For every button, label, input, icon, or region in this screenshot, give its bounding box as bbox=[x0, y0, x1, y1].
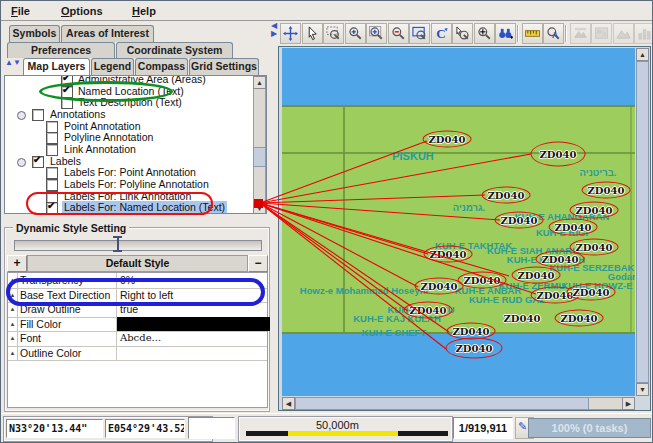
property-name: Draw Outline bbox=[18, 302, 117, 317]
map-place-name: גרמניה. bbox=[453, 202, 485, 213]
menu-item-help[interactable]: Help bbox=[128, 3, 160, 19]
toolbar-separator bbox=[517, 25, 519, 42]
tree-item-11[interactable]: ✔Labels For: Named Location (Text) bbox=[5, 201, 251, 214]
style-slider[interactable] bbox=[14, 240, 262, 251]
find-icon[interactable] bbox=[495, 23, 516, 44]
zoom-in-fixed-icon[interactable] bbox=[366, 23, 387, 44]
measure-icon[interactable] bbox=[522, 23, 543, 44]
zoom-area-icon[interactable] bbox=[323, 23, 344, 44]
tree-node-handle-icon[interactable] bbox=[17, 158, 26, 167]
scale-ratio-field[interactable]: 1/919,911 bbox=[453, 417, 513, 439]
splitter-expand-buttons[interactable]: ◀▶ bbox=[271, 22, 279, 38]
property-name: Fill Color bbox=[18, 317, 117, 332]
tree-checkbox[interactable]: ✔ bbox=[46, 202, 58, 214]
property-row-fill-color: ▲Fill Color bbox=[8, 317, 267, 333]
map-vscrollbar[interactable]: ▲ ▼ bbox=[636, 48, 649, 396]
label-search-icon[interactable]: A bbox=[543, 23, 564, 44]
tab-legend[interactable]: Legend bbox=[91, 58, 134, 76]
zoom-center-icon[interactable] bbox=[474, 23, 495, 44]
map-label-zd040: ZD040 bbox=[531, 142, 586, 167]
map-place-name: PISKUH bbox=[392, 150, 434, 162]
map-scroll-up-icon[interactable]: ▲ bbox=[636, 48, 649, 61]
zoom-in-icon[interactable] bbox=[345, 23, 366, 44]
edit-pencil-icon: ✎ bbox=[518, 420, 527, 433]
menu-item-options[interactable]: Options bbox=[57, 3, 107, 19]
tree-scroll-down-icon[interactable]: ▼ bbox=[253, 202, 266, 214]
check-icon: ✔ bbox=[62, 76, 70, 83]
scale-bar-segment bbox=[398, 431, 448, 436]
zoom-window-icon[interactable] bbox=[409, 23, 430, 44]
row-sort-icon: ▲ bbox=[8, 302, 18, 317]
dynamic-style-panel: Dynamic Style Setting + Default Style − … bbox=[4, 227, 270, 412]
map-label-zd040: ZD040 bbox=[404, 302, 453, 319]
row-sort-icon: ▲ bbox=[8, 331, 18, 346]
row-sort-icon: ▲ bbox=[8, 346, 18, 361]
property-value[interactable]: Right to left bbox=[117, 288, 270, 303]
check-icon: ✔ bbox=[62, 84, 70, 95]
pan-icon[interactable] bbox=[280, 23, 301, 44]
tree-scrollbar-thumb[interactable] bbox=[253, 147, 266, 167]
map-label-zd040: ZD040 bbox=[495, 212, 544, 229]
image-icon bbox=[591, 23, 612, 44]
remove-style-button[interactable]: − bbox=[248, 255, 268, 272]
map-label-zd040: ZD040 bbox=[415, 278, 464, 295]
tree-node-handle-icon[interactable] bbox=[17, 111, 26, 120]
tab-compass[interactable]: Compass bbox=[135, 58, 188, 76]
fill-color-swatch[interactable] bbox=[117, 317, 270, 332]
map-hscrollbar[interactable]: ◀ ▶ bbox=[282, 397, 635, 410]
map-vscrollbar-thumb[interactable] bbox=[636, 61, 649, 383]
tree-scroll-up-icon[interactable]: ▲ bbox=[253, 76, 266, 89]
map-label-zd040: ZD040 bbox=[549, 219, 598, 236]
tree-scrollbar[interactable]: ▲ ▼ bbox=[253, 76, 266, 213]
map-hscrollbar-thumb[interactable] bbox=[295, 397, 589, 410]
map-scroll-right-icon[interactable]: ▶ bbox=[622, 397, 635, 410]
row-sort-icon: ▲ bbox=[8, 288, 18, 303]
map-scroll-down-icon[interactable]: ▼ bbox=[636, 383, 649, 396]
status-empty-field[interactable] bbox=[188, 417, 235, 439]
status-bar: N33°20'13.44" E054°29'43.52" 50,000m 1/9… bbox=[1, 413, 652, 443]
property-row-base-text-direction: ▲Base Text DirectionRight to left bbox=[8, 288, 267, 304]
map-label-zd040: ZD040 bbox=[446, 338, 503, 359]
property-value[interactable]: 0% bbox=[117, 273, 270, 288]
add-style-button[interactable]: + bbox=[7, 255, 27, 272]
property-name: Transparency bbox=[18, 273, 117, 288]
map-label-zd040: ZD040 bbox=[512, 267, 561, 284]
zoom-selection-icon[interactable] bbox=[452, 23, 473, 44]
property-value[interactable]: true bbox=[117, 302, 270, 317]
zoom-out-icon[interactable] bbox=[388, 23, 409, 44]
map-label-zd040: ZD040 bbox=[458, 272, 507, 289]
latitude-field[interactable]: N33°20'13.44" bbox=[6, 419, 103, 438]
map-gridline-vertical bbox=[343, 105, 345, 334]
tab-symbols[interactable]: Symbols bbox=[9, 25, 60, 42]
row-sort-icon: ▲ bbox=[8, 317, 18, 332]
tab-grid-settings[interactable]: Grid Settings bbox=[189, 58, 259, 76]
tab-preferences[interactable]: Preferences bbox=[7, 42, 115, 58]
tree-item-label: Labels For: Named Location (Text) bbox=[62, 201, 227, 214]
layer-tree[interactable]: ✔Administrative Area (Areas)✔Named Locat… bbox=[4, 75, 267, 214]
property-value[interactable] bbox=[117, 346, 270, 361]
relief-icon bbox=[613, 23, 634, 44]
longitude-field[interactable]: E054°29'43.52" bbox=[105, 419, 185, 438]
tab-map-layers[interactable]: Map Layers bbox=[23, 58, 90, 76]
dynamic-style-title: Dynamic Style Setting bbox=[13, 222, 129, 234]
map-label-zd040: ZD040 bbox=[567, 284, 616, 301]
style-column-header[interactable]: Default Style bbox=[27, 255, 248, 272]
tab-scroll-arrows[interactable]: ▲▼ bbox=[5, 59, 21, 67]
check-icon: ✔ bbox=[47, 200, 55, 211]
property-row-outline-color: ▲Outline Color bbox=[8, 346, 267, 362]
map-label-zd040: ZD040 bbox=[498, 310, 547, 327]
map-place-name: KUH-E CHEFT bbox=[362, 327, 426, 338]
tab-areas-of-interest[interactable]: Areas of Interest bbox=[61, 25, 154, 42]
svg-text:C: C bbox=[436, 26, 445, 41]
tab-coordinate-system[interactable]: Coordinate System bbox=[116, 42, 233, 58]
map-label-zd040: ZD040 bbox=[482, 187, 531, 204]
menu-item-file[interactable]: File bbox=[7, 3, 34, 19]
map-canvas[interactable]: ZD040ZD040ZD040ZD040ZD040ZD040ZD040ZD040… bbox=[282, 48, 635, 396]
map-label-zd040: ZD040 bbox=[536, 251, 585, 268]
map-scroll-left-icon[interactable]: ◀ bbox=[282, 397, 295, 410]
property-value[interactable]: Abcde... bbox=[117, 331, 270, 346]
scale-label: 50,000m bbox=[316, 419, 359, 431]
map-label-zd040: ZD040 bbox=[424, 246, 473, 263]
pointer-icon[interactable] bbox=[302, 23, 323, 44]
refresh-icon[interactable]: C bbox=[431, 23, 452, 44]
